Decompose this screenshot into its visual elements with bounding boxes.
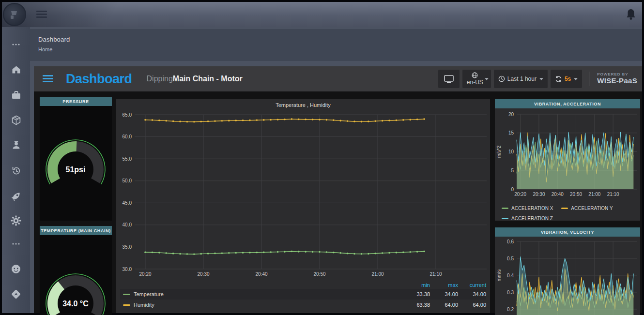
chevron-down-icon	[539, 78, 543, 80]
svg-text:20:40: 20:40	[552, 192, 564, 197]
svg-text:20:30: 20:30	[197, 271, 209, 277]
svg-text:50.0: 50.0	[123, 178, 132, 183]
temperature-gauge: 34.0 °C	[40, 240, 112, 315]
sidebar-item-home[interactable]	[2, 64, 30, 75]
legend-acceleration-y[interactable]: ACCELERATION Y	[561, 204, 613, 213]
refresh-control[interactable]: 5s	[551, 70, 582, 88]
wise-paas-logo: WISE-PaaS	[597, 77, 637, 85]
col-max[interactable]: max	[430, 282, 458, 288]
svg-text:20:50: 20:50	[570, 192, 582, 197]
chevron-down-icon	[485, 78, 489, 80]
svg-text:20:20: 20:20	[514, 192, 526, 197]
dashboard-menu-icon[interactable]	[43, 75, 53, 83]
sidebar-item-navigation[interactable]	[2, 288, 30, 300]
col-min[interactable]: min	[402, 282, 430, 288]
globe-icon	[472, 72, 478, 78]
page-title: Dashboard	[38, 36, 642, 43]
svg-text:15: 15	[508, 130, 514, 135]
svg-text:55.0: 55.0	[123, 156, 132, 162]
panel-temperature-gauge: TEMPERATURE (MAIN CHAIN) 34.0 °C	[40, 226, 112, 315]
dashboard-controls: en-US Last 1 hour	[438, 70, 637, 88]
advantech-logo[interactable]	[3, 3, 26, 26]
bell-icon[interactable]	[626, 8, 636, 21]
dashboard-header: Dashboard DippingMain Chain - Motor	[34, 66, 642, 91]
svg-text:0: 0	[511, 187, 514, 192]
min-value: 33.38	[402, 291, 430, 297]
history-icon	[11, 165, 21, 176]
panel-velocity-title[interactable]: VIBRATION, VELOCITY	[495, 227, 640, 237]
svg-text:20:50: 20:50	[313, 271, 325, 277]
svg-text:21:00: 21:00	[371, 271, 383, 277]
series-name[interactable]: Humidity	[134, 302, 402, 308]
dashboard-embed: Dashboard DippingMain Chain - Motor	[34, 66, 642, 313]
sidebar	[2, 27, 30, 313]
breadcrumb-home-link[interactable]: Home	[38, 46, 642, 52]
svg-text:5: 5	[511, 168, 514, 173]
refresh-interval-value: 5s	[565, 75, 571, 82]
more-options-icon	[12, 43, 20, 46]
refresh-icon	[555, 75, 562, 83]
svg-text:0.5: 0.5	[507, 256, 514, 261]
dashboard-logo[interactable]: Dashboard	[66, 72, 132, 87]
svg-text:0.6: 0.6	[507, 239, 514, 244]
support-face-icon	[11, 264, 21, 274]
accel-z-swatch	[502, 218, 508, 219]
powered-by-brand: POWERED BY WISE-PaaS	[597, 73, 637, 85]
time-range-picker[interactable]: Last 1 hour	[494, 70, 548, 88]
col-current[interactable]: current	[458, 282, 486, 288]
briefcase-icon	[11, 90, 21, 100]
chart-title[interactable]: Temperature , Humidity	[116, 102, 490, 108]
language-selector[interactable]: en-US	[462, 70, 491, 88]
sidebar-item-packages[interactable]	[2, 114, 30, 126]
dashboard-title: DippingMain Chain - Motor	[147, 75, 438, 83]
rocket-icon	[11, 191, 21, 201]
panel-temperature-title[interactable]: TEMPERATURE (MAIN CHAIN)	[40, 226, 112, 235]
main-content: Dashboard Home Dashboard DippingMain Cha…	[30, 27, 642, 313]
sidebar-item-user[interactable]	[2, 139, 30, 151]
panel-acceleration-title[interactable]: VIBRATION, ACCELERATION	[495, 99, 640, 108]
tv-mode-button[interactable]	[438, 70, 460, 88]
sidebar-item-settings[interactable]	[2, 215, 30, 226]
svg-text:34.0 °C: 34.0 °C	[62, 300, 89, 308]
legend-acceleration-x[interactable]: ACCELERATION X	[502, 204, 553, 213]
svg-text:20: 20	[508, 112, 514, 117]
svg-text:m/s*2: m/s*2	[496, 145, 502, 158]
legend-acceleration-z[interactable]: ACCELERATION Z	[502, 214, 553, 223]
portal-menu-icon[interactable]	[36, 11, 47, 18]
svg-text:21:00: 21:00	[588, 192, 600, 197]
monitor-icon	[444, 75, 454, 83]
panel-vibration-acceleration: VIBRATION, ACCELERATION 0510152020:2020:…	[495, 99, 640, 221]
svg-text:45.0: 45.0	[123, 200, 132, 206]
sidebar-item-more-bottom[interactable]	[2, 238, 30, 250]
divider	[589, 72, 589, 86]
pressure-gauge: 51psi	[40, 111, 112, 221]
svg-text:20:20: 20:20	[139, 271, 151, 277]
dashboard-body: PRESSURE 51psi TEMPERATURE (MAIN CHAIN) …	[34, 91, 642, 313]
svg-text:30.0: 30.0	[123, 267, 132, 272]
sidebar-item-support[interactable]	[2, 263, 30, 275]
dashboard-title-main: Main Chain - Motor	[173, 75, 243, 83]
panel-pressure-title[interactable]: PRESSURE	[40, 97, 112, 106]
series-legend-table: min max current Temperature 33.38 34.00 …	[120, 281, 486, 310]
language-value: en-US	[467, 79, 483, 86]
navigate-diamond-icon	[11, 289, 21, 300]
chevron-down-icon	[574, 78, 578, 80]
acceleration-legend: ACCELERATION X ACCELERATION Y ACCELERATI…	[502, 203, 620, 223]
package-icon	[11, 115, 21, 125]
home-icon	[11, 65, 21, 75]
current-value: 34.00	[458, 291, 486, 297]
svg-text:0.4: 0.4	[507, 273, 514, 278]
clock-icon	[498, 75, 505, 82]
sidebar-item-deploy[interactable]	[2, 190, 30, 201]
sidebar-item-workspace[interactable]	[2, 89, 30, 101]
temp-humidity-chart: 30.035.040.045.050.055.060.065.020:2020:…	[116, 109, 490, 281]
logo-glyph-icon	[9, 8, 19, 20]
top-bar	[2, 2, 642, 27]
sidebar-item-more-top[interactable]	[2, 39, 30, 50]
panel-vibration-velocity: VIBRATION, VELOCITY 0.20.30.40.50.6mm/s	[495, 227, 640, 315]
series-name[interactable]: Temperature	[134, 291, 402, 297]
svg-text:mm/s: mm/s	[496, 270, 502, 281]
sidebar-item-history[interactable]	[2, 165, 30, 176]
svg-text:0.2: 0.2	[507, 307, 514, 312]
temperature-series-swatch	[123, 294, 130, 295]
